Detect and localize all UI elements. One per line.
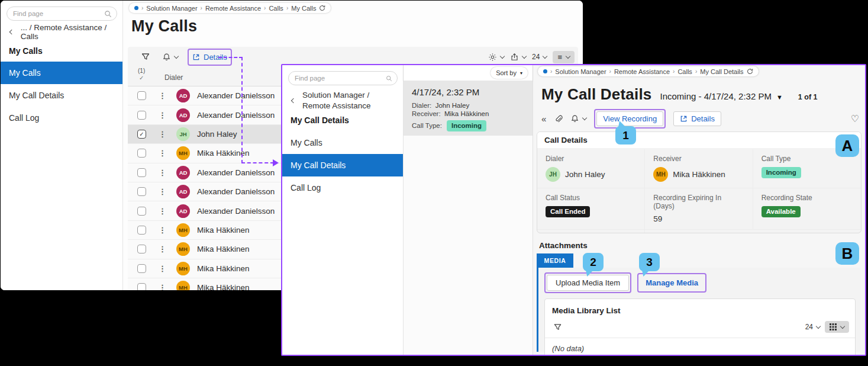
dialer-name: Alexander Danielsson	[197, 91, 275, 100]
sidebar-item-my-call-details[interactable]: My Call Details	[1, 84, 122, 107]
overlay-sidebar: Solution Manager / Remote Assistance My …	[282, 65, 404, 355]
dialer-name: Alexander Danielsson	[197, 187, 275, 196]
collapse-panel-icon[interactable]: «	[541, 114, 546, 124]
main-sidebar-nav: My CallsMy Call DetailsCall Log	[1, 62, 122, 129]
row-menu-icon[interactable]: ⋮	[159, 283, 166, 290]
paperclip-icon[interactable]	[554, 114, 563, 123]
row-menu-icon[interactable]: ⋮	[159, 111, 166, 120]
grid-view-button[interactable]	[825, 321, 849, 333]
row-menu-icon[interactable]: ⋮	[159, 187, 166, 196]
column-header-dialer[interactable]: Dialer	[164, 73, 183, 82]
avatar: AD	[176, 204, 190, 218]
breadcrumb-item[interactable]: Remote Assistance	[614, 68, 670, 75]
sidebar-item-my-calls[interactable]: My Calls	[282, 131, 403, 154]
sort-bar: Sort by ▾	[404, 65, 533, 81]
record-list-item[interactable]: 4/17/24, 2:32 PM Dialer: John Haley Rece…	[404, 81, 533, 136]
callout-b: B	[835, 242, 859, 265]
manage-media-button[interactable]: Manage Media	[640, 275, 704, 290]
row-checkbox[interactable]	[137, 207, 146, 216]
search-input[interactable]	[295, 75, 386, 82]
chevron-down-icon	[543, 53, 547, 58]
row-checkbox[interactable]	[137, 111, 146, 120]
search-input[interactable]	[13, 10, 104, 17]
notifications-button[interactable]	[570, 114, 586, 123]
row-checkbox[interactable]	[137, 264, 146, 273]
details-button[interactable]: Details	[673, 111, 721, 126]
row-checkbox[interactable]: ✓	[137, 130, 146, 139]
row-menu-icon[interactable]: ⋮	[159, 149, 166, 158]
chevron-left-icon	[291, 98, 296, 103]
breadcrumb-item[interactable]: Solution Manager	[555, 68, 606, 75]
sort-by-button[interactable]: Sort by ▾	[491, 67, 528, 79]
grid-icon	[830, 323, 837, 330]
sidebar-item-my-calls[interactable]: My Calls	[1, 62, 122, 84]
breadcrumb: › Solution Manager›Remote Assistance›Cal…	[129, 3, 331, 13]
sidebar-back[interactable]: Solution Manager / Remote Assistance	[292, 90, 395, 111]
detail-toolbar: « View Recording Details ♡	[541, 110, 859, 127]
select-all-check-icon[interactable]: ✓	[139, 75, 144, 81]
back-label: Solution Manager / Remote Assistance	[302, 90, 395, 111]
breadcrumb-item[interactable]: My Call Details	[700, 68, 743, 75]
sidebar-item-call-log[interactable]: Call Log	[1, 107, 122, 129]
dialer-label: Dialer:	[412, 102, 431, 109]
row-menu-icon[interactable]: ⋮	[159, 226, 166, 235]
settings-button[interactable]	[488, 53, 504, 62]
tab-media[interactable]: MEDIA	[537, 253, 573, 268]
refresh-icon[interactable]	[319, 5, 325, 11]
row-menu-icon[interactable]: ⋮	[159, 207, 166, 216]
row-menu-icon[interactable]: ⋮	[159, 130, 166, 139]
avatar: MH	[176, 281, 190, 290]
avatar: AD	[176, 166, 190, 179]
upload-media-button[interactable]: Upload Media Item	[547, 275, 629, 291]
breadcrumb-item[interactable]: My Calls	[291, 5, 316, 12]
sidebar-back[interactable]: ... / Remote Assistance / Calls	[10, 23, 122, 41]
search-icon	[386, 75, 392, 82]
filter-icon[interactable]	[553, 323, 562, 332]
receiver-label: Receiver:	[412, 110, 441, 117]
export-button[interactable]	[510, 53, 526, 62]
view-recording-highlight-box: View Recording	[594, 109, 666, 129]
row-menu-icon[interactable]: ⋮	[159, 91, 166, 100]
caret-down-icon[interactable]: ▼	[776, 94, 783, 101]
favorite-heart-icon[interactable]: ♡	[851, 113, 859, 124]
row-checkbox[interactable]	[137, 149, 146, 158]
find-page-search[interactable]	[288, 71, 398, 85]
row-checkbox[interactable]	[137, 187, 146, 196]
avatar: MH	[176, 146, 190, 160]
find-page-search[interactable]	[7, 7, 117, 21]
row-checkbox[interactable]	[137, 91, 146, 100]
page-size-selector[interactable]: 24	[532, 53, 547, 61]
avatar: MH	[176, 262, 190, 275]
row-menu-icon[interactable]: ⋮	[159, 245, 166, 253]
sidebar-section-title: My Calls	[9, 46, 43, 56]
breadcrumb: › Solution Manager›Remote Assistance›Cal…	[538, 66, 759, 76]
avatar: JH	[176, 127, 190, 141]
row-checkbox[interactable]	[137, 226, 146, 235]
breadcrumb-item[interactable]: Calls	[269, 5, 283, 12]
breadcrumb-item[interactable]: Remote Assistance	[205, 5, 261, 12]
page-size-selector[interactable]: 24	[805, 323, 820, 331]
breadcrumb-item[interactable]: Solution Manager	[146, 5, 197, 12]
callout-1: 1	[615, 126, 636, 145]
sidebar-item-my-call-details[interactable]: My Call Details	[282, 154, 403, 176]
call-status-badge: Call Ended	[546, 206, 590, 217]
row-menu-icon[interactable]: ⋮	[159, 168, 166, 177]
view-mode-button[interactable]: ≡	[553, 51, 575, 63]
row-checkbox[interactable]	[137, 168, 146, 177]
record-selector[interactable]: Incoming - 4/17/24, 2:32 PM	[660, 91, 772, 101]
media-library-card: Media Library List 24	[544, 298, 856, 356]
selection-count: (1)	[138, 68, 145, 74]
row-checkbox[interactable]	[137, 283, 146, 290]
call-type-badge: Incoming	[447, 120, 486, 131]
dialer-name: John Haley	[197, 130, 237, 139]
open-panel-icon	[192, 53, 200, 61]
breadcrumb-item[interactable]: Calls	[677, 68, 692, 75]
view-recording-button[interactable]: View Recording	[596, 111, 663, 126]
row-menu-icon[interactable]: ⋮	[159, 264, 166, 273]
refresh-icon[interactable]	[747, 68, 753, 75]
field-receiver: Receiver MHMika Häkkinen	[645, 149, 753, 188]
filter-icon[interactable]	[141, 52, 150, 62]
notifications-button[interactable]	[162, 53, 178, 62]
row-checkbox[interactable]	[137, 245, 146, 253]
sidebar-item-call-log[interactable]: Call Log	[282, 176, 403, 199]
